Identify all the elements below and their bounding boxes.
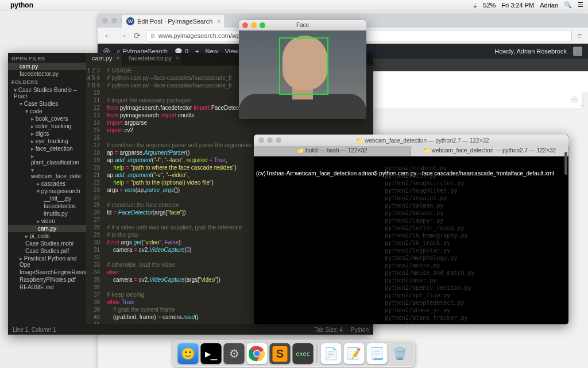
folder[interactable]: digits [8, 130, 86, 137]
folder[interactable]: cascades [8, 180, 86, 187]
file-item[interactable]: cam.py [8, 225, 86, 232]
face-traffic-lights[interactable] [242, 22, 265, 28]
system-preferences-icon[interactable]: ⚙ [224, 343, 245, 364]
folder[interactable]: eye_tracking [8, 137, 86, 145]
language-mode[interactable]: Python [351, 327, 369, 333]
face-window-title: Face [296, 22, 309, 28]
terminal-body[interactable]: (cv)Trishas-Air:webcam_face_detection ad… [254, 156, 568, 197]
editor-tab[interactable]: facedetector.py× [123, 53, 183, 66]
sublime-text-icon[interactable]: S [270, 343, 291, 364]
wifi-icon[interactable]: ⏚ [473, 2, 477, 9]
trash-icon[interactable]: 🗑️ [390, 343, 411, 364]
file-item[interactable]: README.md [8, 283, 86, 291]
active-app-name[interactable]: python [10, 1, 33, 9]
tab-size[interactable]: Tab Size: 4 [314, 327, 342, 333]
iterm-icon[interactable]: exec [293, 343, 314, 364]
terminal-tabstrip: 📁 build — bash — 122×32 📁 webcam_face_de… [254, 146, 568, 156]
file-item[interactable]: imutils.py [8, 210, 86, 217]
folder[interactable]: face_detection [8, 145, 86, 152]
video-frame [239, 30, 366, 119]
folders-header: FOLDERS [8, 78, 86, 86]
folder[interactable]: Case Studies [8, 100, 86, 108]
folder[interactable]: pyimagesearch [8, 187, 86, 195]
mac-dock: 🙂 ▸_ ⚙ S exec 📄 📝 📃 🗑️ [173, 340, 415, 367]
spotlight-icon[interactable]: 🔍 [564, 1, 572, 9]
document-icon[interactable]: 📄 [321, 343, 342, 364]
folder[interactable]: plant_classification [8, 152, 86, 166]
editor-tab-active[interactable]: cam.py× [86, 53, 123, 66]
face-video-window: Face [239, 20, 366, 119]
battery-percent[interactable]: 52% [483, 2, 496, 9]
avatar [573, 47, 582, 56]
file-item[interactable]: ImageSearchEngineResou [8, 269, 86, 276]
terminal-window: 📁 webcam_face_detection — python2.7 — 12… [254, 135, 568, 324]
terminal-app-icon[interactable]: ▸_ [201, 343, 222, 364]
folder[interactable]: video [8, 217, 86, 225]
tab-title: Edit Post · PyImageSearch [137, 18, 212, 25]
document-icon[interactable]: 📃 [367, 343, 388, 364]
cursor-position: Line 1, Column 1 [13, 327, 56, 333]
notifications-icon[interactable]: ☰ [578, 1, 583, 9]
open-file-item[interactable]: cam.py [8, 63, 86, 70]
file-item[interactable]: __init__.py [8, 195, 86, 202]
clock[interactable]: Fri 3:24 PM [501, 2, 534, 9]
sublime-sidebar[interactable]: OPEN FILES cam.py facedetector.py FOLDER… [8, 53, 86, 324]
folder[interactable]: color_tracking [8, 122, 86, 130]
folder-root[interactable]: Case Studies Bundle – Pract [8, 86, 86, 100]
line-gutter: 1 2 3 4 5 6 7 8 9 10 11 12 13 14 15 16 1… [86, 66, 103, 324]
browser-tab[interactable]: W Edit Post · PyImageSearch × [122, 15, 224, 28]
chrome-icon[interactable] [247, 343, 268, 364]
user-menu[interactable]: Adrian [540, 2, 558, 9]
folder-icon: 📁 [423, 147, 430, 154]
terminal-tab-active[interactable]: 📁 webcam_face_detection — python2.7 — 12… [411, 146, 568, 156]
document-icon[interactable]: 📝 [344, 343, 365, 364]
detection-rectangle [279, 37, 328, 95]
open-file-item[interactable]: facedetector.py [8, 70, 86, 78]
terminal-titlebar[interactable]: 📁 webcam_face_detection — python2.7 — 12… [254, 135, 568, 146]
terminal-tab[interactable]: 📁 build — bash — 122×32 [254, 146, 411, 156]
terminal-title: webcam_face_detection — python2.7 — 122×… [365, 137, 489, 144]
folder-open[interactable]: webcam_face_dete [8, 166, 86, 180]
file-item[interactable]: facedetector. [8, 202, 86, 210]
wordpress-favicon-icon: W [126, 17, 134, 25]
close-tab-icon[interactable]: × [217, 18, 220, 25]
finder-icon[interactable]: 🙂 [178, 343, 199, 364]
page-icon: 🗎 [150, 32, 156, 39]
dock-separator [317, 344, 318, 363]
wp-howdy[interactable]: Howdy, Adrian Rosebrock [494, 47, 582, 56]
scrollbar-thumb[interactable] [564, 152, 567, 175]
background-file-list: python2/grabcut.py python2/hist.py pytho… [385, 164, 475, 324]
file-item[interactable]: Case Studies.mobi [8, 240, 86, 247]
folder[interactable]: book_covers [8, 115, 86, 122]
folder-icon: 📁 [356, 137, 363, 144]
dismiss-notice-icon[interactable]: ⓧ [571, 95, 578, 104]
forward-button[interactable]: → [117, 31, 129, 40]
face-titlebar[interactable]: Face [239, 20, 366, 30]
terminal-traffic-lights[interactable] [258, 137, 281, 143]
back-button[interactable]: ← [102, 31, 114, 40]
folder[interactable]: code [8, 108, 86, 115]
open-files-header: OPEN FILES [8, 54, 86, 63]
file-item[interactable]: Case Studies.pdf [8, 247, 86, 255]
folder[interactable]: Practical Python and Ope [8, 255, 86, 269]
folder-icon: 📁 [297, 147, 304, 154]
chrome-menu-icon[interactable]: ≡ [575, 31, 583, 40]
folder[interactable]: pi_code [8, 232, 86, 240]
reload-button[interactable]: ⟳ [132, 31, 142, 40]
mac-menubar: python ⏚ 52% Fri 3:24 PM Adrian 🔍 ☰ [0, 0, 588, 10]
file-item[interactable]: RaspberryPiNotes.pdf [8, 276, 86, 283]
sublime-statusbar: Line 1, Column 1 Tab Size: 4 Python [8, 324, 373, 335]
